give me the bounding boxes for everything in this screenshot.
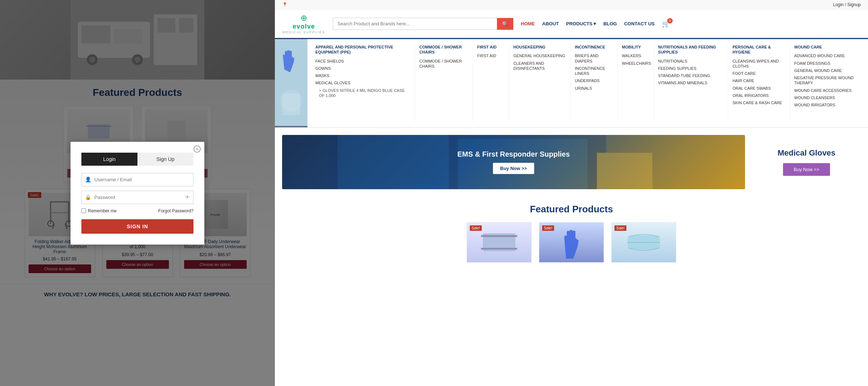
forgot-password-link[interactable]: Forgot Password? [158, 208, 193, 213]
menu-item-wound-irrigators[interactable]: WOUND IRRIGATORS [794, 102, 860, 107]
menu-item-wound-cleansers[interactable]: WOUND CLEANSERS [794, 95, 860, 100]
svg-rect-34 [481, 248, 517, 250]
col-title-housekeeping: HOUSEKEEPING [514, 44, 566, 50]
menu-item-urinals[interactable]: URINALS [575, 86, 613, 91]
signup-tab[interactable]: Sign Up [137, 153, 193, 166]
login-tab[interactable]: Login [81, 153, 137, 166]
ems-buy-now-button[interactable]: Buy Now >> [493, 163, 534, 174]
top-bar-right: Login / Signup [833, 2, 861, 7]
mega-menu: APPAREL AND PERSONAL PROTECTIVE EQUIPMEN… [275, 38, 868, 128]
logo-icon: ⊕ [301, 13, 307, 23]
fp-card-gloves: Sale! [539, 222, 604, 263]
username-input-group: 👤 [81, 173, 193, 186]
user-icon: 👤 [85, 177, 91, 182]
menu-item-npwt[interactable]: NEGATIVE PRESSURE WOUND THERAPY [794, 75, 860, 86]
featured-products-grid-right: Sale! Sale! Sale! [282, 222, 861, 263]
logo-text: evolve [293, 23, 315, 30]
top-bar: 📍 Login / Signup [275, 0, 868, 10]
mega-col-personal-care: PERSONAL CARE & HYGIENE CLEANSING WIPES … [728, 44, 790, 122]
search-bar: 🔍 [333, 18, 514, 30]
mega-col-nutritionals: NUTRITIONALS AND FEEDING SUPPLIES NUTRIT… [654, 44, 728, 122]
main-nav: HOME ABOUT PRODUCTS ▾ BLOG CONTACT US 🛒 … [521, 20, 670, 28]
sale-badge: Sale! [614, 225, 626, 231]
login-signup-link[interactable]: Login / Signup [833, 2, 861, 7]
svg-rect-26 [338, 135, 449, 189]
menu-item-oral-irrigators[interactable]: ORAL IRRIGATORS [732, 93, 785, 98]
search-icon: 🔍 [502, 21, 508, 27]
svg-rect-33 [481, 235, 517, 237]
menu-item-foam-dressings[interactable]: FOAM DRESSINGS [794, 61, 860, 66]
left-panel: Featured Products 50 ct Stretch 30 x 72 … [0, 0, 275, 386]
menu-item-medical-gloves[interactable]: MEDICAL GLOVES [315, 80, 410, 85]
mega-col-commode: COMMODE / SHOWER CHAIRS COMMODE / SHOWER… [415, 44, 473, 122]
menu-item-first-aid[interactable]: FIRST AID [477, 53, 505, 58]
menu-item-general-housekeeping[interactable]: GENERAL HOUSEKEEPING [514, 53, 566, 58]
mega-col-incontinence: INCONTINENCE BRIEFS AND DIAPERS INCONTIN… [571, 44, 618, 122]
menu-item-gowns[interactable]: GOWNS [315, 66, 410, 71]
menu-item-foot-care[interactable]: FOOT CARE [732, 71, 785, 76]
menu-item-masks[interactable]: MASKS [315, 73, 410, 78]
ems-section: EMS & First Responder Supplies Buy Now >… [275, 128, 868, 196]
menu-item-skin-care[interactable]: SKIN CARE & RASH CARE [732, 100, 785, 105]
menu-item-general-wound-care[interactable]: GENERAL WOUND CARE [794, 68, 860, 73]
modal-close-button[interactable]: ✕ [193, 145, 201, 153]
menu-item-feeding-supplies[interactable]: FEEDING SUPPLIES [658, 66, 724, 71]
menu-item-walkers[interactable]: WALKERS [622, 53, 649, 58]
mega-col-apparel: APPAREL AND PERSONAL PROTECTIVE EQUIPMEN… [311, 44, 415, 122]
menu-item-oral-care-swabs[interactable]: ORAL CARE SWABS [732, 86, 785, 91]
remember-me-text: Remember me [88, 208, 116, 213]
site-header: ⊕ evolve MEDICAL SUPPLIES 🔍 HOME ABOUT P… [275, 10, 868, 38]
close-icon: ✕ [195, 147, 199, 152]
menu-item-wheelchairs[interactable]: WHEELCHAIRS [622, 61, 649, 66]
logo[interactable]: ⊕ evolve MEDICAL SUPPLIES [282, 13, 326, 34]
nav-home[interactable]: HOME [521, 21, 535, 26]
mega-col-housekeeping: HOUSEKEEPING GENERAL HOUSEKEEPING CLEANE… [509, 44, 571, 122]
signin-button[interactable]: SIGN IN [81, 219, 193, 234]
modal-options: Remember me Forgot Password? [81, 208, 193, 213]
fp-card-stretch: Sale! [467, 222, 532, 263]
username-input[interactable] [81, 173, 193, 186]
menu-item-briefs[interactable]: BRIEFS AND DIAPERS [575, 53, 613, 64]
chevron-down-icon: ▾ [593, 21, 596, 26]
menu-item-tube-feeding[interactable]: STANDARD TUBE FEEDING [658, 73, 724, 78]
menu-item-cleansing-wipes[interactable]: CLEANSING WIPES AND CLOTHS [732, 59, 785, 69]
menu-item-advanced-wound-care[interactable]: ADVANCED WOUND CARE [794, 53, 860, 58]
col-title-mobility: MOBILITY [622, 44, 649, 50]
menu-item-incontinence-liners[interactable]: INCONTINENCE LINERS [575, 66, 613, 76]
medical-gloves-buy-button[interactable]: Buy Now >> [783, 163, 830, 176]
menu-item-face-shields[interactable]: FACE SHIELDS [315, 59, 410, 64]
menu-item-commode[interactable]: COMMODE / SHOWER CHAIRS [420, 59, 468, 69]
menu-item-gloves-sub[interactable]: > GLOVES NITRILE 4 MIL INDIGO BLUE CASE … [315, 88, 410, 98]
col-title-firstaid: FIRST AID [477, 44, 505, 50]
search-button[interactable]: 🔍 [497, 18, 513, 30]
remember-me-label[interactable]: Remember me [81, 208, 116, 213]
featured-title-right: Featured Products [282, 204, 861, 215]
password-input[interactable] [81, 191, 193, 204]
nav-about[interactable]: ABOUT [542, 21, 559, 26]
login-modal: ✕ Login Sign Up 👤 🔒 👁 Remember me Fo [71, 142, 204, 245]
menu-item-wound-accessories[interactable]: WOUND CARE ACCESSORIES [794, 88, 860, 93]
nav-products[interactable]: PRODUCTS ▾ [566, 21, 596, 26]
menu-item-underpads[interactable]: UNDERPADS [575, 78, 613, 83]
mega-col-mobility: MOBILITY WALKERS WHEELCHAIRS [618, 44, 654, 122]
ems-banner: EMS & First Responder Supplies Buy Now >… [282, 135, 745, 189]
menu-item-cleaners[interactable]: CLEANERS AND DISINFECTANTS [514, 61, 566, 71]
nav-blog[interactable]: BLOG [603, 21, 617, 26]
svg-rect-24 [282, 93, 300, 115]
col-title-apparel: APPAREL AND PERSONAL PROTECTIVE EQUIPMEN… [315, 44, 410, 55]
right-panel: 📍 Login / Signup ⊕ evolve MEDICAL SUPPLI… [275, 0, 868, 386]
search-input[interactable] [333, 18, 497, 30]
mega-menu-columns: APPAREL AND PERSONAL PROTECTIVE EQUIPMEN… [307, 39, 868, 127]
cart-icon[interactable]: 🛒 0 [662, 20, 670, 28]
fp-card-mask: Sale! [611, 222, 676, 263]
ems-banner-title: EMS & First Responder Supplies [457, 150, 570, 158]
menu-item-vitamins[interactable]: VITAMINS AND MINERALS [658, 80, 724, 85]
col-title-commode: COMMODE / SHOWER CHAIRS [420, 44, 468, 55]
nav-contact[interactable]: CONTACT US [624, 21, 655, 26]
eye-icon[interactable]: 👁 [185, 194, 190, 200]
menu-item-hair-care[interactable]: HAIR CARE [732, 78, 785, 83]
sale-badge: Sale! [470, 225, 482, 231]
cart-badge: 0 [667, 18, 673, 24]
menu-item-nutritionals[interactable]: NUTRITIONALS [658, 59, 724, 64]
remember-me-checkbox[interactable] [81, 208, 86, 213]
